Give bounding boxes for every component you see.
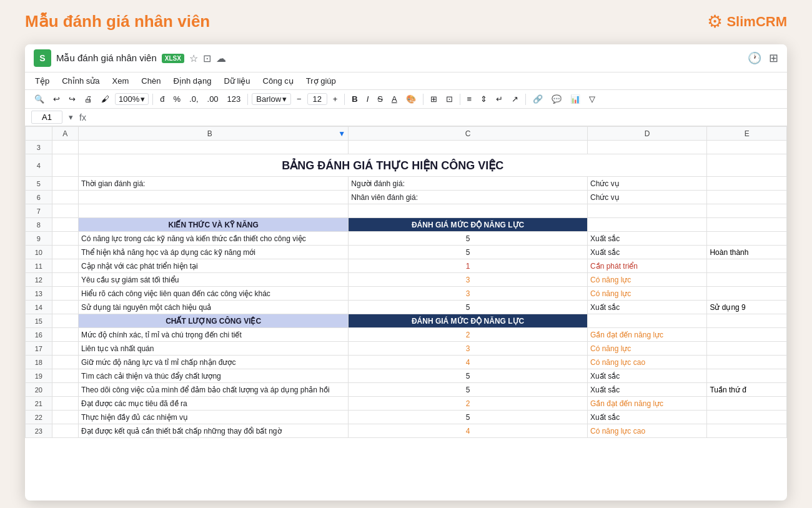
cell-d12[interactable]: Có năng lực — [588, 273, 707, 287]
cell-c5[interactable]: Người đánh giá: — [349, 177, 588, 191]
cell-b17[interactable]: Liên tục và nhất quán — [79, 342, 349, 356]
cell-e23[interactable] — [707, 424, 787, 438]
menu-dinhdag[interactable]: Định dạng — [172, 75, 212, 87]
cell-b7[interactable] — [79, 204, 349, 218]
cell-e4[interactable] — [707, 154, 787, 177]
cell-e17[interactable] — [707, 342, 787, 356]
format-123[interactable]: 123 — [224, 92, 244, 106]
format-decimal[interactable]: .0, — [186, 92, 201, 106]
chart-icon[interactable]: 📊 — [567, 92, 583, 106]
cell-d21[interactable]: Gần đạt đến năng lực — [588, 397, 707, 411]
cell-d5[interactable]: Chức vụ — [588, 177, 707, 191]
cell-d17[interactable]: Có năng lực — [588, 342, 707, 356]
cell-e21[interactable] — [707, 397, 787, 411]
cell-e10[interactable]: Hoàn thành — [707, 246, 787, 259]
borders-icon[interactable]: ⊞ — [427, 92, 440, 106]
cell-d23[interactable]: Có năng lực cao — [588, 424, 707, 438]
cell-e15[interactable] — [707, 314, 787, 328]
cell-a21[interactable] — [52, 397, 79, 411]
grid-area[interactable]: A B ▼ C D E 3 — [25, 126, 787, 501]
cell-d7[interactable] — [588, 204, 707, 218]
cell-a3[interactable] — [52, 141, 79, 154]
cell-a9[interactable] — [52, 232, 79, 246]
cell-a14[interactable] — [52, 301, 79, 314]
cell-e22[interactable] — [707, 411, 787, 424]
valign-icon[interactable]: ⇕ — [477, 92, 490, 106]
rotate-icon[interactable]: ↗ — [508, 92, 522, 106]
cell-b12[interactable]: Yêu cầu sự giám sát tối thiểu — [79, 273, 349, 287]
cloud-icon[interactable]: ☁ — [216, 52, 226, 64]
cell-e18[interactable] — [707, 356, 787, 369]
menu-trogiup[interactable]: Trợ giúp — [305, 75, 337, 87]
cell-a8[interactable] — [52, 218, 79, 232]
cell-e16[interactable] — [707, 328, 787, 342]
cell-b14[interactable]: Sử dụng tài nguyên một cách hiệu quả — [79, 301, 349, 314]
cell-d9[interactable]: Xuất sắc — [588, 232, 707, 246]
cell-b20[interactable]: Theo dõi công việc của mình để đảm bảo c… — [79, 383, 349, 397]
cell-a5[interactable] — [52, 177, 79, 191]
cell-d6[interactable]: Chức vụ — [588, 191, 707, 204]
cell-a20[interactable] — [52, 383, 79, 397]
menu-xem[interactable]: Xem — [111, 75, 131, 87]
cell-c6[interactable]: Nhân viên đánh giá: — [349, 191, 588, 204]
cell-c11[interactable]: 1 — [349, 259, 588, 273]
cell-b21[interactable]: Đạt được các mục tiêu đã đề ra — [79, 397, 349, 411]
grid-icon[interactable]: ⊞ — [769, 51, 778, 65]
menu-dulieu[interactable]: Dữ liệu — [223, 75, 252, 87]
cell-c23[interactable]: 4 — [349, 424, 588, 438]
cell-d13[interactable]: Có năng lực — [588, 287, 707, 301]
cell-d18[interactable]: Có năng lực cao — [588, 356, 707, 369]
cell-a11[interactable] — [52, 259, 79, 273]
cell-a23[interactable] — [52, 424, 79, 438]
cell-reference[interactable]: A1 — [31, 111, 62, 124]
italic-button[interactable]: I — [364, 92, 372, 106]
cell-c7[interactable] — [349, 204, 588, 218]
font-size-increase[interactable]: + — [330, 92, 341, 106]
link-icon[interactable]: 🔗 — [530, 92, 546, 106]
cell-e14[interactable]: Sử dụng 9 — [707, 301, 787, 314]
cell-e19[interactable] — [707, 369, 787, 383]
menu-tep[interactable]: Tệp — [34, 75, 51, 87]
bold-button[interactable]: B — [349, 92, 360, 106]
cell-c10[interactable]: 5 — [349, 246, 588, 259]
cell-c20[interactable]: 5 — [349, 383, 588, 397]
cell-b6[interactable] — [79, 191, 349, 204]
cell-b23[interactable]: Đạt được kết quả cần thiết bất chấp nhữn… — [79, 424, 349, 438]
fill-color-icon[interactable]: 🎨 — [403, 92, 419, 106]
cell-a19[interactable] — [52, 369, 79, 383]
format-percent[interactable]: % — [170, 92, 184, 106]
menu-congcu[interactable]: Công cụ — [262, 75, 295, 87]
cell-e12[interactable] — [707, 273, 787, 287]
filter-icon[interactable]: ▽ — [586, 92, 598, 106]
cell-a13[interactable] — [52, 287, 79, 301]
search-toolbar-icon[interactable]: 🔍 — [31, 92, 47, 106]
cell-c3[interactable] — [349, 141, 588, 154]
cell-e9[interactable] — [707, 232, 787, 246]
cell-b19[interactable]: Tìm cách cải thiện và thúc đẩy chất lượn… — [79, 369, 349, 383]
cell-e3[interactable] — [707, 141, 787, 154]
cell-a17[interactable] — [52, 342, 79, 356]
underline-button[interactable]: A — [389, 92, 400, 106]
cell-e7[interactable] — [707, 204, 787, 218]
cell-c16[interactable]: 2 — [349, 328, 588, 342]
font-size-box[interactable]: 12 — [307, 93, 327, 105]
cell-b13[interactable]: Hiểu rõ cách công việc liên quan đến các… — [79, 287, 349, 301]
folder-icon[interactable]: ⊡ — [203, 52, 211, 64]
cell-c13[interactable]: 3 — [349, 287, 588, 301]
cell-b11[interactable]: Cập nhật với các phát triển hiện tại — [79, 259, 349, 273]
undo-icon[interactable]: ↩ — [50, 92, 63, 106]
star-icon[interactable]: ☆ — [189, 52, 198, 64]
cell-c17[interactable]: 3 — [349, 342, 588, 356]
cell-a16[interactable] — [52, 328, 79, 342]
cell-b16[interactable]: Mức độ chính xác, tỉ mỉ và chú trọng đến… — [79, 328, 349, 342]
cell-e5[interactable] — [707, 177, 787, 191]
cell-c19[interactable]: 5 — [349, 369, 588, 383]
cell-a10[interactable] — [52, 246, 79, 259]
cell-b5[interactable]: Thời gian đánh giá: — [79, 177, 349, 191]
cell-d16[interactable]: Gần đạt đến năng lực — [588, 328, 707, 342]
cell-b10[interactable]: Thể hiện khả năng học và áp dụng các kỹ … — [79, 246, 349, 259]
cell-d20[interactable]: Xuất sắc — [588, 383, 707, 397]
cell-c9[interactable]: 5 — [349, 232, 588, 246]
merge-icon[interactable]: ⊡ — [443, 92, 456, 106]
cell-d15[interactable] — [588, 314, 707, 328]
